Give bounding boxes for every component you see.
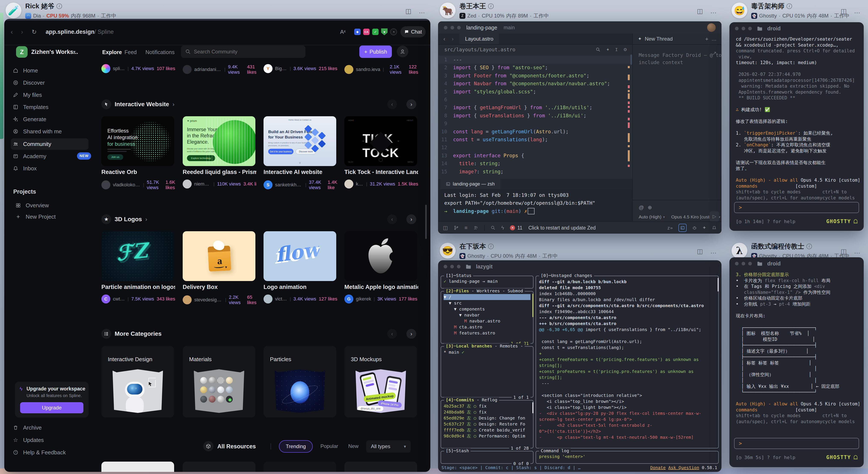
sidebar-item-community[interactable]: Community xyxy=(13,139,51,149)
card-title[interactable]: Particle animation on logos xyxy=(101,284,175,291)
card-author-row[interactable]: S sanketnkhairnar21| 37.4Kviews 1.4Klike xyxy=(264,179,337,190)
search-icon[interactable] xyxy=(596,47,600,52)
lazygit-diff-panel[interactable]: [0]─Unstaged changes diff --git a/bun.lo… xyxy=(536,276,719,448)
author-row[interactable]: spline| 4.7K views107 likes xyxy=(101,64,175,73)
mention-icon[interactable]: @ xyxy=(639,205,644,210)
card-title[interactable]: Interactive AI website xyxy=(264,169,337,175)
carousel-next-button[interactable]: › xyxy=(406,99,416,109)
nav-forward-icon[interactable]: › xyxy=(452,36,454,42)
terminal-output[interactable]: 3. 价格部分固定底部显示• 卡片改为 flex flex-col h-full… xyxy=(736,272,859,425)
card-title[interactable]: Metalic Apple logo animation xyxy=(344,284,418,291)
project-panel-icon[interactable]: ◫ xyxy=(443,225,448,231)
terminal-titlebar[interactable]: lazygit xyxy=(438,260,721,273)
section-header-3d-logos[interactable]: ★ 3D Logos › xyxy=(101,214,147,224)
partial-card[interactable] xyxy=(183,462,255,472)
more-button[interactable]: … xyxy=(711,36,717,42)
extension-icon-shield[interactable]: ♥ xyxy=(381,28,388,35)
extension-icon-blue[interactable]: ◆ xyxy=(354,29,361,35)
sidebar-item-new-project[interactable]: +New Project xyxy=(16,211,56,222)
close-button[interactable] xyxy=(735,27,739,30)
scrollbar[interactable] xyxy=(425,205,427,239)
close-button[interactable] xyxy=(444,265,447,268)
category-card-interactive-design[interactable]: Interactive Design xyxy=(101,346,174,417)
carousel-prev-button[interactable]: ‹ xyxy=(387,329,397,339)
more-icon[interactable]: … xyxy=(854,248,860,255)
lazygit-files-panel[interactable]: [2]─Files - Worktrees - Submod ▼ / ▼ src… xyxy=(441,291,533,344)
tile-controls[interactable]: ◫… xyxy=(841,247,860,255)
category-card-3d-mockups[interactable]: 3D Mockups Animated mockup iPhone 14 Pro… xyxy=(344,346,417,417)
upgrade-button[interactable]: Upgrade xyxy=(20,402,84,413)
card-author-row[interactable]: niemabiedy| 110K views3.4K li xyxy=(183,179,256,189)
sidebar-item-home[interactable]: Home xyxy=(13,65,38,76)
url-domain[interactable]: app.spline.design xyxy=(45,29,94,35)
cursor-i-icon[interactable]: I xyxy=(615,47,618,52)
card-title[interactable]: Reeded liquid glass - Prism hero s xyxy=(183,169,256,175)
card-author-row[interactable]: vladkolokolnikov| 51.7Kviews 1.6Klikes xyxy=(101,179,175,190)
chat-button[interactable]: Chat xyxy=(400,26,426,37)
tab-layout-astro[interactable]: Layout.astro xyxy=(460,34,499,44)
minimize-button[interactable] xyxy=(451,26,454,30)
sidebar-item-academy[interactable]: Academy xyxy=(13,151,46,162)
card-author-row[interactable]: C cwthrs| 7.5K views343 likes xyxy=(101,295,175,303)
zoom-indicator[interactable]: z» xyxy=(667,225,673,231)
carousel-prev-button[interactable]: ‹ xyxy=(387,214,397,224)
close-button[interactable] xyxy=(444,26,447,30)
bell-icon[interactable] xyxy=(712,226,717,230)
author-row[interactable]: Y BigLoong| 3.6K views215 likes xyxy=(264,64,337,73)
extension-icon-circle[interactable]: ◔ xyxy=(390,28,397,35)
info-icon[interactable]: i xyxy=(488,3,494,9)
sidebar-item-archive[interactable]: Archive xyxy=(13,422,42,433)
user-avatar[interactable] xyxy=(707,23,716,32)
card-preview-flow-logo[interactable]: flow flow xyxy=(264,231,336,281)
sidebar-item-inbox[interactable]: Inbox xyxy=(13,163,37,174)
sidebar-item-shared[interactable]: Shared with me xyxy=(13,126,62,137)
layout-icon[interactable]: ◫ xyxy=(405,7,411,15)
minimize-button[interactable] xyxy=(742,262,745,265)
section-header-more-categories[interactable]: More Categories xyxy=(101,329,161,339)
card-preview-reeded-glass[interactable]: ✦ prism Immerse Yourselfin the Refracted… xyxy=(183,116,255,166)
layout-icon[interactable]: ◫ xyxy=(697,247,703,255)
close-button[interactable] xyxy=(735,262,739,265)
collab-icon[interactable] xyxy=(473,226,478,230)
lazygit-status-panel[interactable]: [1]─Status ✓ landing-page → main xyxy=(441,276,533,289)
extension-icon-ca[interactable]: CA xyxy=(363,29,370,35)
lightning-icon[interactable]: ϟ xyxy=(501,225,504,231)
sidebar-item-help[interactable]: ?Help & Feedback xyxy=(13,447,66,458)
forward-button[interactable]: › xyxy=(21,28,23,35)
terminal-titlebar[interactable]: droid xyxy=(730,257,864,270)
filter-popular[interactable]: Popular xyxy=(320,443,338,449)
send-button[interactable]: ▷ xyxy=(710,211,719,222)
carousel-prev-button[interactable]: ‹ xyxy=(387,99,397,109)
card-title[interactable]: Delivery Box xyxy=(183,284,256,291)
zoom-button[interactable] xyxy=(748,27,752,30)
card-author-row[interactable]: kennyK| 31.2K views1.5K likes xyxy=(344,179,418,189)
card-preview-particle-logo[interactable]: ℱZ xyxy=(101,231,174,281)
chevron-down-icon[interactable]: ▾ xyxy=(73,49,75,55)
sidebar-item-overview[interactable]: Overview xyxy=(16,200,49,211)
text-size-button[interactable]: Aˣ xyxy=(340,29,346,35)
type-filter-select[interactable]: All types▾ xyxy=(366,440,411,453)
layout-icon[interactable]: ◫ xyxy=(841,247,847,255)
partial-card[interactable] xyxy=(344,462,417,472)
profile-button[interactable] xyxy=(397,46,408,57)
card-preview-apple-logo[interactable] xyxy=(344,231,417,281)
publish-button[interactable]: + Publish xyxy=(359,45,392,58)
partial-card[interactable] xyxy=(264,462,336,472)
extension-icon-check[interactable]: ✓ xyxy=(372,29,379,35)
terminal-output[interactable]: Last login: Sat Feb 7 18:19:07 on ttys00… xyxy=(438,189,632,222)
tile-controls[interactable]: ◫… xyxy=(841,7,860,15)
card-title[interactable]: Logo animation xyxy=(264,284,337,291)
reload-button[interactable]: ↻ xyxy=(32,28,37,35)
error-indicator[interactable]: ✕ 11 xyxy=(510,225,522,231)
card-preview-ai-website[interactable]: Home About us Contact us Build an AI Dri… xyxy=(264,116,336,166)
code-editor[interactable]: 1 --- 2 import { SEO } from "astro-seo";… xyxy=(438,55,632,179)
author-row[interactable]: adriandaniluk| 9.4Kviews 431likes xyxy=(183,64,256,75)
sidebar-item-discover[interactable]: Discover xyxy=(13,77,45,88)
tile-controls[interactable]: ◫… xyxy=(697,247,717,255)
card-author-row[interactable]: stevedesignerd| 2.2Kviews 65likes xyxy=(183,295,256,305)
sidebar-item-generate[interactable]: Generate xyxy=(13,114,46,125)
lazygit-links[interactable]: Donate Ask Question 0.58.1 xyxy=(650,465,717,470)
search-input[interactable] xyxy=(194,49,297,55)
tile-controls[interactable]: ◫… xyxy=(697,7,717,15)
expand-icon[interactable]: ↗ xyxy=(712,50,717,56)
